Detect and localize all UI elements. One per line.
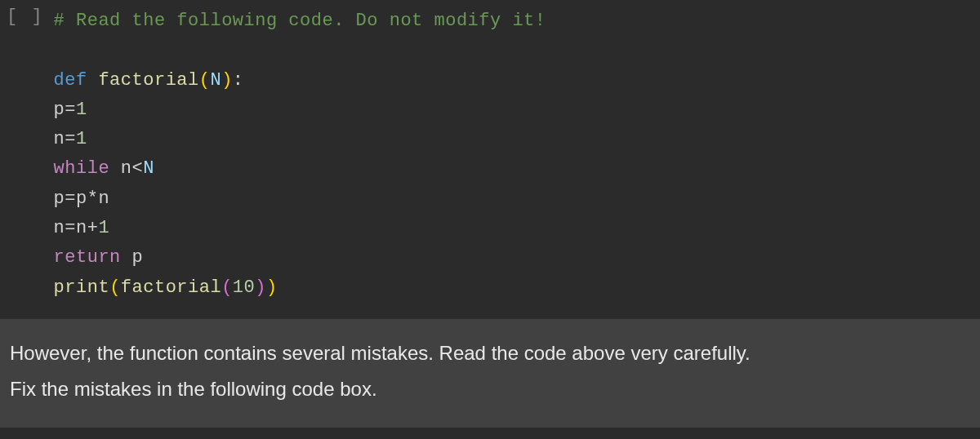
num-1: 1 <box>98 218 109 238</box>
keyword-def: def <box>54 70 87 91</box>
paren-open-inner: ( <box>221 277 233 298</box>
op-lt: < <box>132 158 144 179</box>
num-1: 1 <box>76 129 87 149</box>
var-n: n <box>98 188 109 209</box>
op-plus: + <box>87 218 99 238</box>
var-p: p <box>76 188 87 209</box>
markdown-cell: However, the function contains several m… <box>0 319 980 428</box>
function-name: factorial <box>98 70 198 91</box>
colon: : <box>233 70 244 91</box>
keyword-return: return <box>54 247 121 268</box>
func-print: print <box>54 277 110 298</box>
code-editor[interactable]: # Read the following code. Do not modify… <box>54 7 980 303</box>
op-star: * <box>87 188 99 209</box>
op-eq: = <box>65 129 76 149</box>
num-10: 10 <box>233 277 255 298</box>
op-eq: = <box>65 218 76 238</box>
op-eq: = <box>65 100 76 120</box>
paren-open: ( <box>109 277 121 298</box>
num-1: 1 <box>76 100 87 120</box>
var-n: n <box>121 158 132 179</box>
code-comment: # Read the following code. Do not modify… <box>54 11 546 31</box>
code-cell[interactable]: [ ] # Read the following code. Do not mo… <box>0 0 980 319</box>
var-N: N <box>143 158 154 179</box>
paren-open: ( <box>199 70 211 91</box>
keyword-while: while <box>54 158 110 179</box>
instruction-line-1: However, the function contains several m… <box>10 335 970 371</box>
var-n: n <box>54 129 65 149</box>
var-n: n <box>54 218 65 238</box>
func-factorial: factorial <box>121 277 221 298</box>
var-p: p <box>132 247 144 268</box>
var-p: p <box>54 100 65 120</box>
parameter: N <box>210 70 221 91</box>
var-n: n <box>76 218 87 238</box>
instruction-line-2: Fix the mistakes in the following code b… <box>10 371 970 407</box>
paren-close-inner: ) <box>255 277 266 298</box>
paren-close: ) <box>266 277 278 298</box>
cell-execution-prompt: [ ] <box>0 7 54 303</box>
paren-close: ) <box>221 70 233 91</box>
op-eq: = <box>65 188 76 209</box>
var-p: p <box>54 188 65 209</box>
